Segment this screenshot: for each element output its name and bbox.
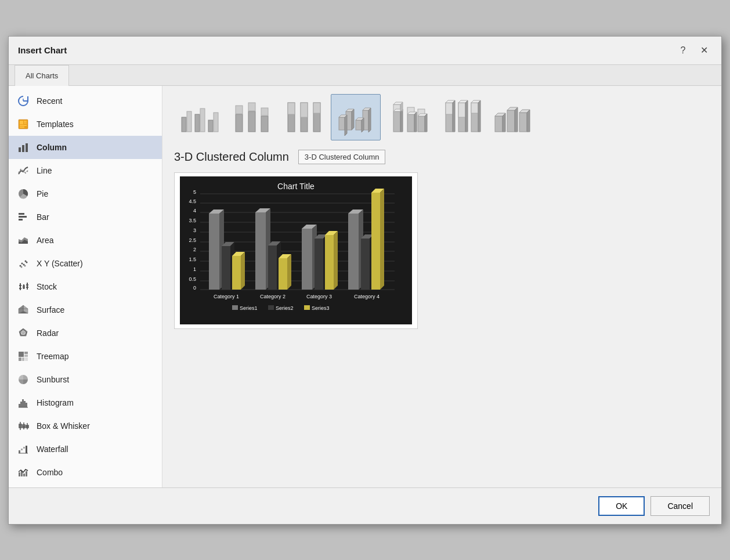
svg-rect-51 bbox=[25, 357, 28, 361]
svg-marker-174 bbox=[241, 252, 245, 290]
svg-text:4.5: 4.5 bbox=[189, 198, 196, 204]
svg-rect-9 bbox=[22, 145, 24, 152]
svg-marker-201 bbox=[380, 189, 384, 290]
svg-text:Series2: Series2 bbox=[276, 305, 294, 311]
svg-marker-106 bbox=[368, 108, 371, 132]
sidebar-item-boxwhisker[interactable]: Box & Whisker bbox=[9, 414, 162, 438]
svg-rect-83 bbox=[236, 114, 243, 132]
svg-marker-192 bbox=[334, 231, 338, 290]
area-icon bbox=[17, 234, 30, 247]
svg-marker-132 bbox=[478, 100, 480, 132]
svg-rect-190 bbox=[325, 235, 334, 290]
sidebar-label-treemap: Treemap bbox=[37, 352, 69, 361]
sidebar-item-column[interactable]: Column bbox=[9, 136, 162, 159]
svg-rect-169 bbox=[222, 246, 230, 290]
svg-text:3.5: 3.5 bbox=[189, 218, 196, 223]
sidebar-item-surface[interactable]: Surface bbox=[9, 298, 162, 321]
ok-button[interactable]: OK bbox=[598, 496, 645, 516]
svg-rect-130 bbox=[471, 103, 478, 113]
tab-all-charts[interactable]: All Charts bbox=[15, 65, 69, 86]
sidebar-item-bar[interactable]: Bar bbox=[9, 205, 162, 229]
sidebar-label-pie: Pie bbox=[37, 189, 48, 198]
sidebar-item-area[interactable]: Area bbox=[9, 229, 162, 252]
chart-type-clustered-col[interactable] bbox=[174, 94, 224, 140]
chart-type-3d-100stacked-col[interactable] bbox=[435, 94, 485, 140]
svg-marker-111 bbox=[400, 109, 403, 132]
pie-icon bbox=[17, 187, 30, 200]
content-area: 3-D Clustered Column 3-D Clustered Colum… bbox=[162, 86, 721, 487]
chart-type-3d-col[interactable] bbox=[487, 94, 537, 140]
svg-text:1.5: 1.5 bbox=[189, 256, 196, 262]
sidebar-item-treemap[interactable]: Treemap bbox=[9, 345, 162, 368]
chart-type-3d-clustered-col[interactable] bbox=[331, 94, 381, 140]
sunburst-icon bbox=[17, 373, 30, 386]
svg-rect-48 bbox=[24, 355, 28, 357]
bar-icon bbox=[17, 211, 30, 223]
svg-rect-199 bbox=[371, 193, 380, 290]
svg-marker-135 bbox=[503, 113, 505, 132]
sidebar-label-bar: Bar bbox=[37, 212, 49, 222]
help-button[interactable]: ? bbox=[675, 42, 691, 59]
svg-rect-166 bbox=[209, 214, 219, 290]
sidebar-item-waterfall[interactable]: Waterfall bbox=[9, 438, 162, 461]
templates-icon bbox=[17, 118, 30, 131]
svg-rect-178 bbox=[268, 245, 277, 290]
cancel-button[interactable]: Cancel bbox=[651, 496, 710, 516]
chart-type-stacked-col[interactable] bbox=[226, 94, 276, 140]
waterfall-icon bbox=[17, 443, 30, 456]
svg-rect-71 bbox=[26, 446, 27, 453]
sidebar-item-sunburst[interactable]: Sunburst bbox=[9, 368, 162, 391]
svg-rect-10 bbox=[26, 143, 28, 152]
sidebar-label-templates: Templates bbox=[37, 120, 74, 129]
svg-text:Category 4: Category 4 bbox=[354, 294, 380, 299]
sidebar-item-scatter[interactable]: X Y (Scatter) bbox=[9, 252, 162, 275]
sidebar-item-histogram[interactable]: Histogram bbox=[9, 391, 162, 414]
sidebar-item-line[interactable]: Line bbox=[9, 159, 162, 182]
svg-rect-126 bbox=[458, 103, 465, 117]
sidebar-item-pie[interactable]: Pie bbox=[9, 182, 162, 205]
svg-rect-101 bbox=[356, 120, 362, 130]
svg-text:Series1: Series1 bbox=[240, 305, 258, 311]
svg-rect-210 bbox=[304, 305, 310, 310]
svg-rect-133 bbox=[495, 116, 503, 132]
sidebar-label-combo: Combo bbox=[37, 468, 63, 477]
svg-rect-7 bbox=[20, 127, 24, 128]
sidebar-item-combo[interactable]: Combo bbox=[9, 461, 162, 484]
title-bar-buttons: ? ✕ bbox=[675, 42, 712, 59]
insert-chart-dialog: Insert Chart ? ✕ All Charts Re bbox=[8, 36, 722, 525]
sidebar-item-radar[interactable]: Radar bbox=[9, 321, 162, 345]
dialog-title: Insert Chart bbox=[18, 45, 67, 55]
stock-icon bbox=[17, 280, 30, 293]
svg-point-18 bbox=[21, 262, 23, 264]
chart-name-row: 3-D Clustered Column 3-D Clustered Colum… bbox=[174, 150, 710, 164]
sidebar-label-waterfall: Waterfall bbox=[37, 445, 68, 454]
svg-rect-14 bbox=[19, 219, 23, 221]
svg-point-22 bbox=[21, 266, 23, 268]
svg-rect-80 bbox=[200, 109, 205, 132]
svg-rect-139 bbox=[519, 113, 527, 132]
svg-text:0: 0 bbox=[193, 285, 196, 291]
sidebar-item-templates[interactable]: Templates bbox=[9, 113, 162, 136]
svg-rect-86 bbox=[248, 103, 255, 111]
sidebar-item-recent[interactable]: Recent bbox=[9, 89, 162, 113]
svg-rect-55 bbox=[22, 399, 24, 407]
svg-text:1: 1 bbox=[193, 266, 196, 272]
boxwhisker-icon bbox=[17, 420, 30, 432]
sidebar-label-surface: Surface bbox=[37, 305, 64, 315]
svg-rect-175 bbox=[255, 212, 266, 290]
tabs-bar: All Charts bbox=[9, 65, 721, 86]
svg-point-21 bbox=[26, 261, 28, 263]
chart-type-3d-stacked-col[interactable] bbox=[383, 94, 433, 140]
svg-rect-56 bbox=[24, 401, 26, 407]
sidebar-label-stock: Stock bbox=[37, 282, 57, 291]
chart-type-100stacked-col[interactable] bbox=[279, 94, 328, 140]
sidebar-item-stock[interactable]: Stock bbox=[9, 275, 162, 298]
sidebar-label-radar: Radar bbox=[37, 328, 59, 338]
svg-marker-183 bbox=[287, 254, 291, 290]
svg-rect-107 bbox=[393, 111, 400, 132]
line-icon bbox=[17, 164, 30, 177]
selected-chart-badge: 3-D Clustered Column bbox=[298, 150, 386, 164]
svg-rect-187 bbox=[315, 239, 323, 290]
close-button[interactable]: ✕ bbox=[696, 42, 712, 59]
svg-rect-184 bbox=[302, 229, 312, 290]
